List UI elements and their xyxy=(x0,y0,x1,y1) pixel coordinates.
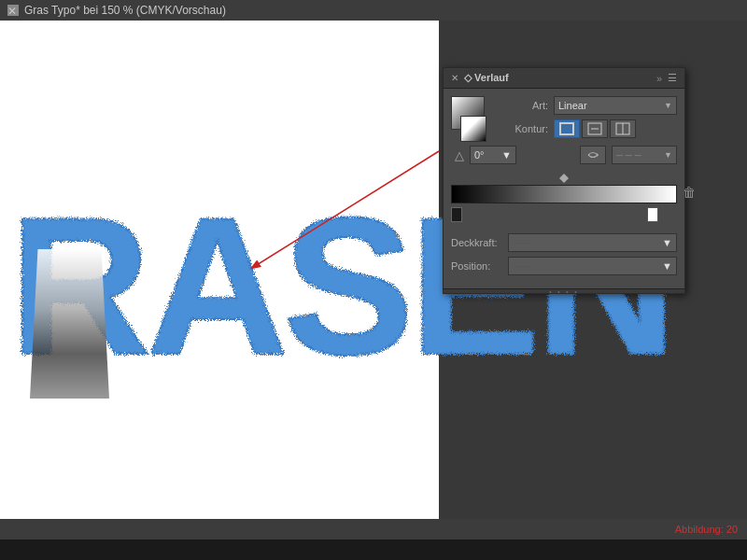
art-dropdown-arrow: ▼ xyxy=(664,101,672,110)
angle-row: △ 0° ▼ ─ ─ ─ ▼ xyxy=(451,146,677,164)
abbildung-label: Abbildung: 20 xyxy=(675,524,738,535)
angle-icon: △ xyxy=(455,148,464,162)
panel-title: ◇ Verlauf xyxy=(464,72,509,84)
status-bar: Abbildung: 20 xyxy=(0,519,747,539)
gradient-midpoint-handle[interactable] xyxy=(559,174,569,183)
position-label: Position: xyxy=(451,260,502,272)
gradient-swatch-secondary[interactable] xyxy=(460,116,486,142)
angle-input[interactable]: 0° ▼ xyxy=(470,146,516,164)
resize-dots: • • • • xyxy=(549,287,579,296)
gradient-bar[interactable] xyxy=(451,185,677,203)
kontur-row: Kontur: xyxy=(500,119,677,138)
panel-title-bar: ✕ ◇ Verlauf » ☰ xyxy=(444,68,684,89)
verlauf-panel: ✕ ◇ Verlauf » ☰ xyxy=(443,67,685,294)
document-canvas: RASEN xyxy=(0,21,439,539)
gradient-stop-black[interactable] xyxy=(451,207,462,222)
panel-body: Art: Linear ▼ Kontur: xyxy=(444,89,684,288)
swatch-and-art-row: Art: Linear ▼ Kontur: xyxy=(451,96,677,138)
gradient-bar-section: 🗑 xyxy=(451,170,677,222)
svg-rect-2 xyxy=(560,123,573,134)
position-input[interactable]: ─── ▼ xyxy=(508,257,677,275)
kontur-button-2[interactable] xyxy=(582,119,608,138)
deckkraft-row: Deckkraft: ─── ▼ xyxy=(451,233,677,252)
reverse-button[interactable] xyxy=(580,146,606,164)
canvas-area: RASEN ✕ ◇ Verlauf » ☰ xyxy=(0,21,747,539)
panel-controls: » ☰ xyxy=(656,72,679,84)
position-row: Position: ─── ▼ xyxy=(451,257,677,275)
svg-marker-7 xyxy=(597,153,599,157)
panel-collapse-icon[interactable]: » xyxy=(656,73,662,84)
art-dropdown[interactable]: Linear ▼ xyxy=(554,96,677,115)
second-dropdown-arrow: ▼ xyxy=(664,150,672,160)
position-dropdown-arrow: ▼ xyxy=(662,260,672,272)
art-section: Art: Linear ▼ Kontur: xyxy=(500,96,677,138)
title-bar: ✕ Gras Typo* bei 150 % (CMYK/Vorschau) xyxy=(0,0,747,21)
kontur-button-1[interactable] xyxy=(554,119,580,138)
window-title: Gras Typo* bei 150 % (CMYK/Vorschau) xyxy=(24,4,226,17)
kontur-buttons xyxy=(554,119,636,138)
deckkraft-dropdown-arrow: ▼ xyxy=(662,237,672,248)
art-row: Art: Linear ▼ xyxy=(500,96,677,115)
panel-close-button[interactable]: ✕ xyxy=(449,73,460,83)
panel-menu-button[interactable]: ☰ xyxy=(666,72,679,84)
gradient-bar-wrapper: 🗑 xyxy=(451,185,677,203)
angle-dropdown-arrow: ▼ xyxy=(501,149,512,161)
delete-gradient-stop-button[interactable]: 🗑 xyxy=(683,185,696,200)
gradient-preview-on-letter xyxy=(30,249,109,399)
gradient-stop-white[interactable] xyxy=(647,207,658,222)
kontur-button-3[interactable] xyxy=(610,119,636,138)
deckkraft-label: Deckkraft: xyxy=(451,237,502,248)
swatch-stack xyxy=(451,96,492,138)
close-button[interactable]: ✕ xyxy=(7,5,19,16)
panel-resize-handle[interactable]: • • • • xyxy=(444,288,684,293)
second-dropdown[interactable]: ─ ─ ─ ▼ xyxy=(612,146,677,164)
midpoint-row xyxy=(451,170,677,185)
kontur-label: Kontur: xyxy=(500,123,548,134)
art-label: Art: xyxy=(500,100,548,111)
deckkraft-input[interactable]: ─── ▼ xyxy=(508,233,677,252)
gradient-stop-handles xyxy=(451,205,677,222)
